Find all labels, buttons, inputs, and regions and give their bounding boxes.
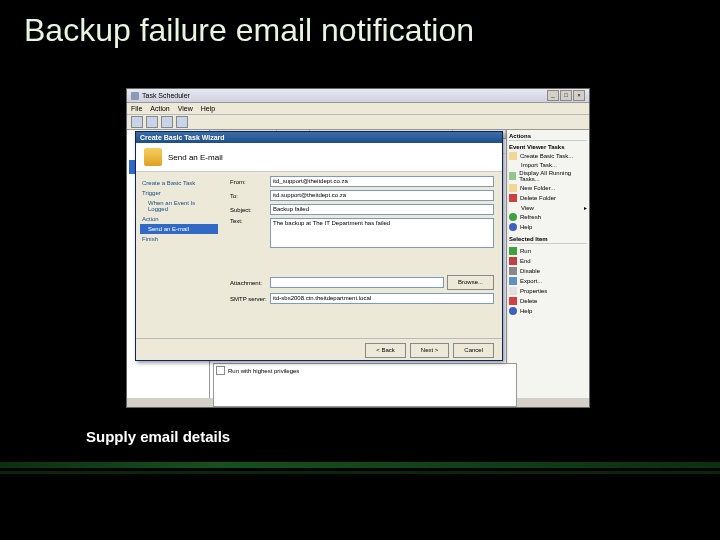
from-label: From: xyxy=(230,179,270,185)
toolbar-refresh-icon[interactable] xyxy=(161,116,173,128)
folder-icon xyxy=(509,184,517,192)
list-icon xyxy=(509,172,516,180)
action-refresh[interactable]: Refresh xyxy=(509,212,587,222)
wizard-steps: Create a Basic Task Trigger When an Even… xyxy=(136,172,222,338)
menu-help[interactable]: Help xyxy=(201,105,215,112)
action-properties[interactable]: Properties xyxy=(509,286,587,296)
action-delete[interactable]: Delete xyxy=(509,296,587,306)
from-input[interactable]: itd_support@theitdept.co.za xyxy=(270,176,494,187)
action-help[interactable]: Help xyxy=(509,222,587,232)
disable-icon xyxy=(509,267,517,275)
action-disable[interactable]: Disable xyxy=(509,266,587,276)
wizard-header-text: Send an E-mail xyxy=(168,153,223,162)
stop-icon xyxy=(509,257,517,265)
play-icon xyxy=(509,247,517,255)
wizard-buttons: < Back Next > Cancel xyxy=(136,338,502,362)
refresh-icon xyxy=(509,213,517,221)
toolbar-help-icon[interactable] xyxy=(176,116,188,128)
subject-input[interactable]: Backup failed xyxy=(270,204,494,215)
toolbar-back-icon[interactable] xyxy=(131,116,143,128)
action-create-basic[interactable]: Create Basic Task... xyxy=(509,151,587,161)
step-trigger[interactable]: Trigger xyxy=(140,188,218,198)
wizard-titlebar: Create Basic Task Wizard xyxy=(136,132,502,143)
app-icon xyxy=(131,92,139,100)
properties-icon xyxy=(509,287,517,295)
step-create[interactable]: Create a Basic Task xyxy=(140,178,218,188)
browse-button[interactable]: Browse... xyxy=(447,275,494,290)
create-basic-task-wizard: Create Basic Task Wizard Send an E-mail … xyxy=(135,131,503,361)
smtp-input[interactable]: itd-sbs2008.ctn.theitdepartment.local xyxy=(270,293,494,304)
text-label: Text: xyxy=(230,218,270,224)
selected-item-header: Selected Item xyxy=(509,235,587,244)
toolbar-forward-icon[interactable] xyxy=(146,116,158,128)
email-icon xyxy=(144,148,162,166)
back-button[interactable]: < Back xyxy=(365,343,406,358)
window-titlebar: Task Scheduler _ □ × xyxy=(127,89,589,103)
task-scheduler-window: Task Scheduler _ □ × File Action View He… xyxy=(126,88,590,408)
minimize-button[interactable]: _ xyxy=(547,90,559,101)
toolbar xyxy=(127,115,589,130)
action-export[interactable]: Export... xyxy=(509,276,587,286)
action-end[interactable]: End xyxy=(509,256,587,266)
text-input[interactable]: The backup at The IT Department has fail… xyxy=(270,218,494,248)
action-run[interactable]: Run xyxy=(509,246,587,256)
help-icon xyxy=(509,307,517,315)
action-import[interactable]: Import Task... xyxy=(509,161,587,169)
slide-title: Backup failure email notification xyxy=(0,0,720,49)
menu-action[interactable]: Action xyxy=(150,105,169,112)
action-help-2[interactable]: Help xyxy=(509,306,587,316)
step-finish[interactable]: Finish xyxy=(140,234,218,244)
step-send-email[interactable]: Send an E-mail xyxy=(140,224,218,234)
smtp-label: SMTP server: xyxy=(230,296,270,302)
step-action[interactable]: Action xyxy=(140,214,218,224)
delete-icon xyxy=(509,297,517,305)
subject-label: Subject: xyxy=(230,207,270,213)
action-delete-folder[interactable]: Delete Folder xyxy=(509,193,587,203)
wizard-header: Send an E-mail xyxy=(136,143,502,172)
next-button[interactable]: Next > xyxy=(410,343,450,358)
decorative-bar xyxy=(0,462,720,468)
help-icon xyxy=(509,223,517,231)
to-label: To: xyxy=(230,193,270,199)
actions-subheader: Event Viewer Tasks xyxy=(509,143,587,151)
wand-icon xyxy=(509,152,517,160)
cancel-button[interactable]: Cancel xyxy=(453,343,494,358)
close-button[interactable]: × xyxy=(573,90,585,101)
export-icon xyxy=(509,277,517,285)
menu-view[interactable]: View xyxy=(178,105,193,112)
decorative-bar-2 xyxy=(0,471,720,474)
menu-file[interactable]: File xyxy=(131,105,142,112)
action-new-folder[interactable]: New Folder... xyxy=(509,183,587,193)
slide-caption: Supply email details xyxy=(86,428,230,445)
to-input[interactable]: itd.support@theitdept.co.za xyxy=(270,190,494,201)
attachment-label: Attachment: xyxy=(230,280,270,286)
wizard-form: From:itd_support@theitdept.co.za To:itd.… xyxy=(222,172,502,338)
actions-pane: Actions Event Viewer Tasks Create Basic … xyxy=(506,130,589,398)
maximize-button[interactable]: □ xyxy=(560,90,572,101)
run-highest-checkbox[interactable]: Run with highest privileges xyxy=(216,366,514,375)
action-display-all[interactable]: Display All Running Tasks... xyxy=(509,169,587,183)
step-when-event[interactable]: When an Event Is Logged xyxy=(140,198,218,214)
action-view[interactable]: View▸ xyxy=(509,203,587,212)
task-properties-pane: Run with highest privileges xyxy=(213,363,517,407)
chevron-right-icon: ▸ xyxy=(584,204,587,211)
attachment-input[interactable] xyxy=(270,277,444,288)
checkbox-icon xyxy=(216,366,225,375)
delete-icon xyxy=(509,194,517,202)
actions-header: Actions xyxy=(509,132,587,141)
window-title-text: Task Scheduler xyxy=(142,92,190,99)
menu-bar: File Action View Help xyxy=(127,103,589,115)
